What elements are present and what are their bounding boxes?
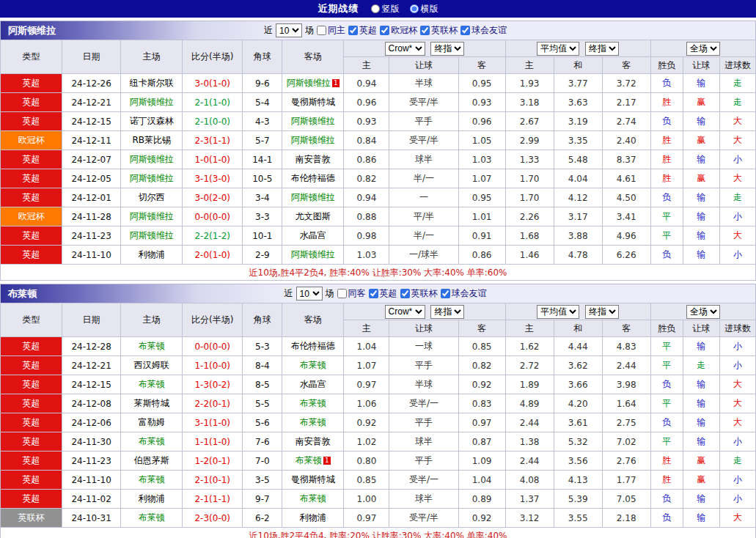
avg-odds-draw: 3.77 xyxy=(554,74,602,93)
match-score: 1-1(1-0) xyxy=(183,432,243,452)
avg-odds-draw: 3.56 xyxy=(554,452,602,471)
odds-home: 0.88 xyxy=(344,207,389,226)
handicap-line: 平手 xyxy=(389,356,458,375)
filter-checkbox-label: 英联杯 xyxy=(431,24,458,37)
result-handicap: 输 xyxy=(683,490,719,509)
match-score: 3-1(3-0) xyxy=(183,169,243,188)
filter-checkbox-input[interactable] xyxy=(317,26,326,35)
team-label: 布莱顿 xyxy=(300,360,326,370)
corner-score: 10-5 xyxy=(243,169,282,188)
match-date: 24-12-08 xyxy=(62,394,121,413)
odds-away: 1.05 xyxy=(458,131,505,150)
layout-radio[interactable]: 竖版 xyxy=(371,3,400,15)
team-label: 利物浦 xyxy=(139,493,165,504)
corner-score: 5-7 xyxy=(243,131,282,150)
subcol-avg-away: 客 xyxy=(602,320,650,337)
home-team: 切尔西 xyxy=(121,188,183,207)
match-score: 1-0(1-0) xyxy=(183,150,243,169)
match-row: 英超24-12-21阿斯顿维拉2-1(1-0)5-4曼彻斯特城0.96受平/半0… xyxy=(1,93,756,112)
layout-radio-input[interactable] xyxy=(410,4,419,13)
match-date: 24-11-10 xyxy=(62,246,121,265)
avg-odds-draw: 3.66 xyxy=(554,375,602,394)
league-badge: 英超 xyxy=(1,337,62,356)
avg-odds-draw: 4.44 xyxy=(554,337,602,356)
scope-select[interactable]: 全场 xyxy=(686,305,720,319)
odds-stage-select[interactable]: 终指 xyxy=(430,42,464,56)
avg-odds-away: 4.96 xyxy=(602,226,650,246)
match-date: 24-11-10 xyxy=(62,471,121,490)
avg-stage-select[interactable]: 终指 xyxy=(585,42,619,56)
filter-checkbox-input[interactable] xyxy=(337,289,347,298)
match-row: 英超24-11-10利物浦2-0(1-0)2-9阿斯顿维拉1.03一/球半0.8… xyxy=(1,246,756,265)
col-corners: 角球 xyxy=(243,40,282,74)
avg-select[interactable]: 平均值 xyxy=(537,42,579,56)
avg-odds-away: 2.40 xyxy=(602,131,650,150)
match-count-select[interactable]: 10 xyxy=(296,287,323,301)
filter-checkbox[interactable]: 球会友谊 xyxy=(460,24,507,37)
match-date: 24-10-31 xyxy=(62,509,121,528)
result-goals: 大 xyxy=(719,394,755,413)
team-label: 布伦特福德 xyxy=(291,341,335,351)
result-goals: 大 xyxy=(719,131,755,150)
layout-radio[interactable]: 横版 xyxy=(410,3,438,15)
team-label: 布莱顿 xyxy=(300,398,326,408)
filter-checkbox[interactable]: 英超 xyxy=(348,24,377,37)
avg-select[interactable]: 平均值 xyxy=(537,305,579,319)
filter-checkbox-input[interactable] xyxy=(348,26,358,35)
odds-home: 0.93 xyxy=(344,112,389,131)
odds-provider-select[interactable]: Crow* xyxy=(385,305,425,319)
odds-stage-select[interactable]: 终指 xyxy=(430,305,464,319)
team-label: 阿斯顿维拉 xyxy=(291,135,335,145)
odds-home: 1.02 xyxy=(344,432,389,452)
filter-checkbox-input[interactable] xyxy=(380,26,389,35)
match-row: 英联杯24-10-31布莱顿2-3(0-0)6-2利物浦0.97受平/半0.92… xyxy=(1,509,756,528)
match-date: 24-12-15 xyxy=(62,112,121,131)
result-handicap: 赢 xyxy=(683,93,719,112)
team-label: 曼彻斯特城 xyxy=(291,97,335,107)
odds-home: 0.85 xyxy=(344,471,389,490)
filter-checkbox[interactable]: 同主 xyxy=(317,24,345,37)
match-row: 英超24-11-30布莱顿1-1(1-0)7-6南安普敦1.02球半0.871.… xyxy=(1,432,756,452)
corner-score: 7-0 xyxy=(243,452,282,471)
league-badge: 英超 xyxy=(1,226,62,246)
filter-checkbox[interactable]: 同客 xyxy=(337,287,366,300)
avg-stage-select[interactable]: 终指 xyxy=(585,305,619,319)
match-row: 英超24-12-08莱斯特城2-2(0-1)5-5布莱顿1.06受半/一0.83… xyxy=(1,394,756,413)
league-badge: 英超 xyxy=(1,490,62,509)
odds-home: 0.96 xyxy=(344,93,389,112)
odds-away: 1.01 xyxy=(458,207,505,226)
match-row: 英超24-12-28布莱顿0-0(0-0)5-3布伦特福德1.04一球0.851… xyxy=(1,337,756,356)
avg-odds-draw: 4.78 xyxy=(554,246,602,265)
handicap-line: 球半 xyxy=(389,490,458,509)
team-label: 利物浦 xyxy=(139,249,165,259)
filter-checkbox-input[interactable] xyxy=(420,26,430,35)
handicap-line: 平手 xyxy=(389,452,458,471)
odds-away: 1.04 xyxy=(458,471,505,490)
layout-radio-input[interactable] xyxy=(371,4,380,13)
odds-provider-select[interactable]: Crow* xyxy=(385,42,425,56)
filter-checkbox[interactable]: 英联杯 xyxy=(400,287,438,300)
avg-odds-home: 3.18 xyxy=(505,93,554,112)
odds-home: 0.98 xyxy=(344,226,389,246)
match-count-select[interactable]: 10 xyxy=(276,23,302,37)
filter-checkbox[interactable]: 球会友谊 xyxy=(441,287,487,300)
filter-checkbox[interactable]: 欧冠杯 xyxy=(380,24,417,37)
filter-checkbox-input[interactable] xyxy=(441,289,450,298)
result-goals: 大 xyxy=(719,509,755,528)
result-outcome: 胜 xyxy=(650,471,683,490)
avg-odds-home: 2.26 xyxy=(505,207,554,226)
match-row: 英超24-12-26纽卡斯尔联3-0(1-0)9-6阿斯顿维拉10.94半球0.… xyxy=(1,74,756,93)
filter-checkbox-input[interactable] xyxy=(369,289,378,298)
filter-checkbox-input[interactable] xyxy=(400,289,410,298)
league-badge: 英超 xyxy=(1,452,62,471)
result-handicap: 输 xyxy=(683,150,719,169)
team-label: 布莱顿 xyxy=(296,455,322,465)
filter-checkbox-input[interactable] xyxy=(460,26,470,35)
filter-checkbox[interactable]: 英联杯 xyxy=(420,24,458,37)
team-label: RB莱比锡 xyxy=(132,135,171,145)
scope-select[interactable]: 全场 xyxy=(686,42,720,56)
result-goals: 大 xyxy=(719,413,755,432)
away-team: 布莱顿 xyxy=(282,413,344,432)
filter-checkbox[interactable]: 英超 xyxy=(369,287,397,300)
match-date: 24-11-23 xyxy=(62,452,121,471)
